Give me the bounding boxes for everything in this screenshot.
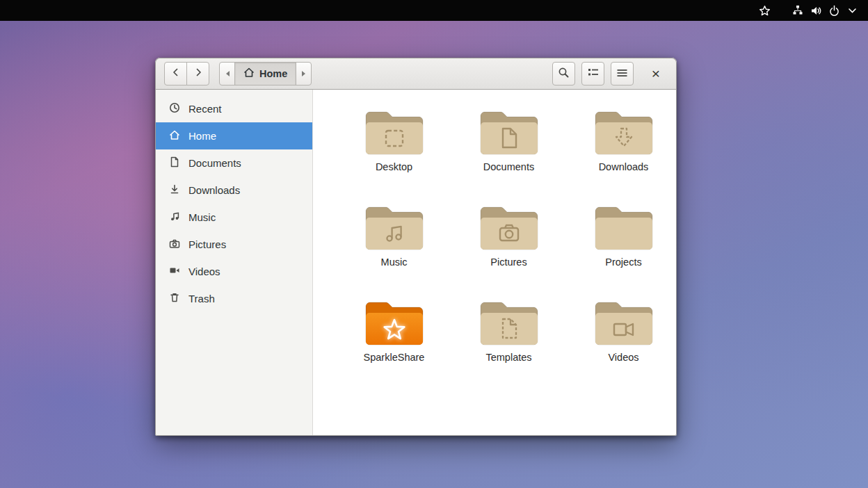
forward-icon [193,67,204,81]
sidebar-item-label: Downloads [188,184,240,196]
file-desktop[interactable]: Desktop [342,108,447,203]
sidebar-item-label: Pictures [188,238,226,250]
sidebar-item-label: Trash [188,293,215,304]
file-label: Music [381,257,408,268]
sidebar-item-videos[interactable]: Videos [156,258,312,285]
headerbar-actions [552,62,634,86]
file-videos[interactable]: Videos [572,298,676,393]
sidebar-item-label: Home [188,130,216,142]
triangle-left-icon [225,67,230,80]
file-grid-area: Desktop Documents [313,90,676,435]
sidebar-item-home[interactable]: Home [156,122,312,149]
folder-icon [364,203,425,252]
network-icon[interactable] [789,0,807,21]
folder-icon [593,108,654,156]
path-scroll-right-button[interactable] [296,62,312,86]
trash-icon [169,292,180,305]
download-icon [169,184,180,197]
file-label: Desktop [376,161,412,172]
shell-top-bar [0,0,868,21]
files-window: Home × [155,58,677,436]
file-grid: Desktop Documents [337,108,676,393]
volume-icon[interactable] [807,0,825,21]
home-icon [169,130,180,143]
path-bar: Home [219,62,312,86]
sparkleshare-folder-icon [364,298,425,347]
nav-buttons [164,62,209,86]
folder-icon [593,203,654,252]
path-home-button[interactable]: Home [234,62,296,86]
file-label: Downloads [599,161,649,172]
path-current-label: Home [259,68,287,79]
path-scroll-left-button[interactable] [219,62,235,86]
sidebar-item-label: Documents [188,157,241,169]
file-label: Projects [605,257,641,268]
folder-icon [364,108,425,156]
music-note-icon [169,211,180,224]
file-sparkleshare[interactable]: SparkleShare [342,298,447,393]
sidebar-item-pictures[interactable]: Pictures [156,231,312,258]
folder-icon [479,108,540,156]
sidebar-item-label: Videos [188,266,220,277]
sidebar-item-recent[interactable]: Recent [156,95,312,122]
desktop-wallpaper: Home × [0,0,868,488]
chevron-down-icon[interactable] [843,0,861,21]
file-label: Videos [608,352,638,363]
system-tray [755,0,861,21]
camera-icon [169,238,180,251]
triangle-right-icon [301,67,307,80]
search-icon [558,67,570,81]
forward-button[interactable] [186,62,209,86]
folder-icon [593,298,654,347]
file-label: Documents [483,161,534,172]
document-icon [169,156,180,170]
back-icon [170,67,182,81]
file-pictures[interactable]: Pictures [457,203,561,298]
close-button[interactable]: × [645,63,666,84]
view-list-button[interactable] [581,62,604,86]
menu-button[interactable] [611,62,634,86]
hamburger-icon [617,67,627,80]
file-label: Pictures [490,257,527,268]
file-downloads[interactable]: Downloads [572,108,676,203]
sidebar-item-trash[interactable]: Trash [156,285,312,312]
home-icon [243,67,255,80]
search-button[interactable] [552,62,575,86]
file-label: SparkleShare [364,352,425,363]
file-templates[interactable]: Templates [457,298,561,393]
sidebar: Recent Home Documents Downloads Music [156,90,313,435]
favorites-star-icon[interactable] [755,0,773,21]
power-icon[interactable] [825,0,843,21]
window-body: Recent Home Documents Downloads Music [155,90,677,436]
sidebar-item-downloads[interactable]: Downloads [156,177,312,204]
sidebar-item-label: Recent [188,103,222,115]
folder-icon [479,298,540,347]
sidebar-item-music[interactable]: Music [156,204,312,231]
video-icon [169,266,180,277]
file-music[interactable]: Music [342,203,447,298]
recent-clock-icon [169,102,180,115]
sidebar-item-documents[interactable]: Documents [156,149,312,177]
headerbar: Home × [155,58,677,90]
sidebar-item-label: Music [188,211,216,223]
view-list-icon [588,67,599,80]
file-label: Templates [485,352,531,363]
file-projects[interactable]: Projects [572,203,676,298]
file-documents[interactable]: Documents [457,108,561,203]
folder-icon [479,203,540,252]
back-button[interactable] [164,62,187,86]
